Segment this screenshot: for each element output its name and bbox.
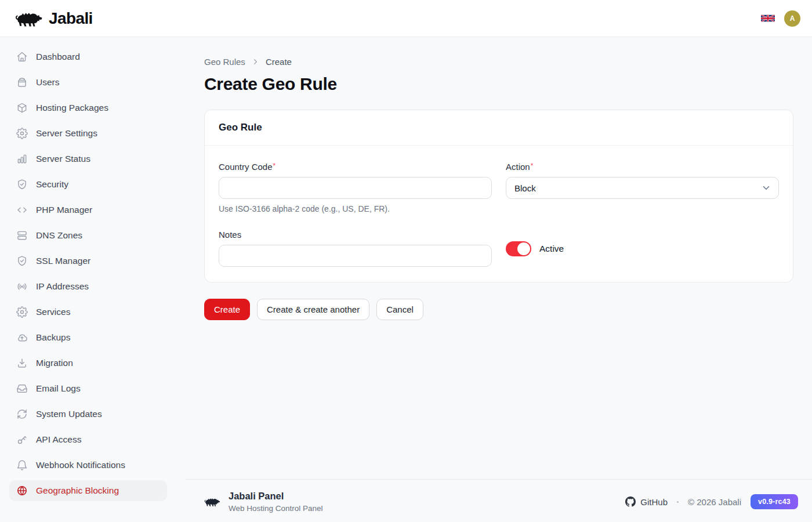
sidebar-item-services[interactable]: Services [9,302,167,322]
sidebar-item-dns-zones[interactable]: DNS Zones [9,225,167,246]
home-icon [16,51,28,63]
settings-icon [16,128,28,139]
chevron-right-icon [251,57,260,66]
action-field-group: Action* Block [506,162,779,213]
action-select-value: Block [514,183,536,193]
required-asterisk: * [531,162,534,170]
create-and-create-another-button[interactable]: Create & create another [257,299,369,320]
notes-input[interactable] [219,245,492,267]
country-code-field-group: Country Code* Use ISO-3166 alpha-2 code … [219,162,492,213]
sidebar-item-email-logs[interactable]: Email Logs [9,378,167,399]
sidebar-nav: DashboardUsersHosting PackagesServer Set… [0,37,176,522]
action-select[interactable]: Block [506,177,779,199]
code-icon [16,204,28,216]
active-field-group: Active [506,230,779,267]
sidebar-item-label: Email Logs [36,383,81,394]
sidebar-item-migration[interactable]: Migration [9,353,167,374]
sidebar-item-label: Dashboard [36,52,80,62]
sidebar-item-system-updates[interactable]: System Updates [9,404,167,425]
footer-app-subtitle: Web Hosting Control Panel [229,504,323,513]
brand[interactable]: Jabali [15,8,93,29]
sidebar-item-label: System Updates [36,409,102,419]
active-toggle[interactable] [506,241,531,256]
boar-logo-icon [15,8,43,29]
sidebar-item-label: Geographic Blocking [36,485,119,496]
country-code-input[interactable] [219,177,492,199]
sidebar-item-label: Security [36,179,68,190]
cancel-button[interactable]: Cancel [376,299,423,320]
sidebar-item-label: SSL Manager [36,256,90,266]
layout: DashboardUsersHosting PackagesServer Set… [0,0,812,522]
action-label: Action [506,162,530,172]
server-stack-icon [16,230,28,241]
globe-icon [16,485,28,496]
refresh-icon [16,408,28,420]
form-actions: Create Create & create another Cancel [204,299,793,320]
top-header: Jabali A [0,0,812,37]
breadcrumb-create[interactable]: Create [266,57,292,67]
notes-field-group: Notes [219,230,492,267]
geo-rule-card: Geo Rule Country Code* Use ISO-3166 alph… [204,110,793,282]
brand-name: Jabali [49,9,93,28]
sidebar-item-label: Server Settings [36,128,97,139]
sidebar-item-label: DNS Zones [36,230,82,241]
radio-icon [16,281,28,292]
download-icon [16,357,28,369]
sidebar-item-security[interactable]: Security [9,174,167,195]
country-code-helper: Use ISO-3166 alpha-2 code (e.g., US, DE,… [219,204,492,213]
package-icon [16,102,28,114]
sidebar-item-ssl-manager[interactable]: SSL Manager [9,251,167,271]
boar-footer-icon [204,495,220,508]
shield-check-icon [16,255,28,267]
sidebar-item-users[interactable]: Users [9,72,167,93]
required-asterisk: * [273,162,276,170]
main-area: Geo Rules Create Create Geo Rule Geo Rul… [176,37,812,522]
uk-flag-icon[interactable] [761,13,775,23]
breadcrumb-geo-rules[interactable]: Geo Rules [204,57,245,67]
notes-label: Notes [219,230,241,240]
create-button[interactable]: Create [204,299,250,320]
breadcrumb: Geo Rules Create [204,57,793,67]
bell-icon [16,459,28,471]
footer: Jabali Panel Web Hosting Control Panel G… [186,479,812,522]
sidebar-item-api-access[interactable]: API Access [9,429,167,450]
sidebar-item-server-status[interactable]: Server Status [9,148,167,169]
chevron-down-icon [761,183,771,193]
github-link[interactable]: GitHub [625,496,668,507]
sidebar-item-hosting-packages[interactable]: Hosting Packages [9,97,167,118]
sidebar-item-label: IP Addresses [36,281,89,292]
key-icon [16,434,28,445]
shield-check-icon [16,179,28,190]
sidebar-item-webhook-notifications[interactable]: Webhook Notifications [9,455,167,476]
toggle-knob [517,242,530,255]
archive-icon [16,77,28,88]
sidebar-item-label: Services [36,307,70,317]
active-toggle-label: Active [539,244,564,254]
github-icon [625,496,636,507]
card-title: Geo Rule [205,110,793,146]
footer-app-name: Jabali Panel [229,491,323,502]
inbox-icon [16,383,28,394]
copyright: © 2026 Jabali [688,497,741,507]
sidebar-item-label: Migration [36,358,73,368]
sidebar-item-dashboard[interactable]: Dashboard [9,46,167,67]
version-badge: v0.9-rc43 [751,494,798,509]
page-title: Create Geo Rule [204,74,793,94]
github-label: GitHub [640,497,668,507]
user-avatar[interactable]: A [784,10,800,27]
sidebar-item-label: Hosting Packages [36,103,108,113]
sidebar-item-label: PHP Manager [36,205,92,215]
sidebar-item-label: Backups [36,332,70,343]
bar-chart-icon [16,153,28,165]
cloud-upload-icon [16,332,28,343]
settings-icon [16,306,28,318]
sidebar-item-geographic-blocking[interactable]: Geographic Blocking [9,480,167,501]
sidebar-item-ip-addresses[interactable]: IP Addresses [9,276,167,297]
sidebar-item-php-manager[interactable]: PHP Manager [9,200,167,220]
country-code-label: Country Code [219,162,273,172]
sidebar-item-label: Webhook Notifications [36,460,125,470]
sidebar-item-server-settings[interactable]: Server Settings [9,123,167,144]
sidebar-item-backups[interactable]: Backups [9,327,167,348]
separator-dot [677,501,679,503]
sidebar-item-label: Users [36,77,59,88]
